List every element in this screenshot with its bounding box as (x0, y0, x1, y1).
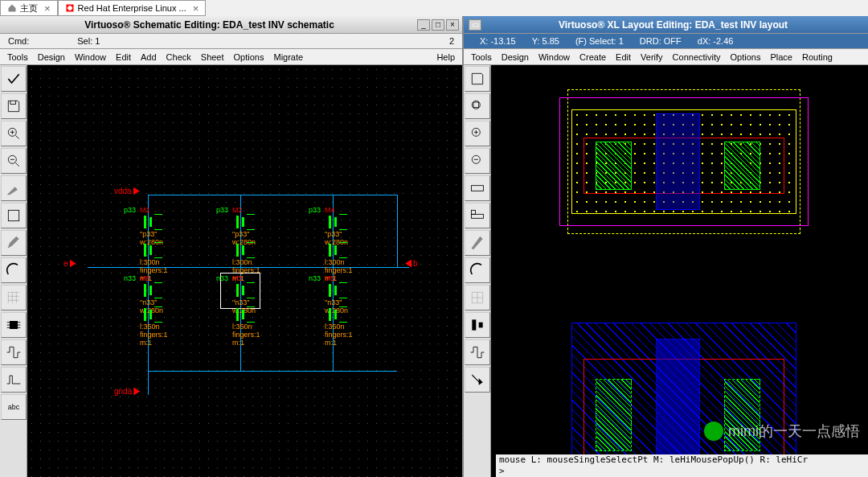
layout-canvas[interactable] (491, 65, 868, 477)
transistor[interactable]: l:350nfingers:1m:1 (140, 306, 188, 347)
status-bar: Cmd: Sel: 1 2 (0, 34, 462, 49)
svg-rect-25 (472, 186, 484, 191)
arc-icon[interactable] (1, 257, 27, 283)
pin-vdda[interactable]: vdda (114, 187, 140, 195)
transistor[interactable]: l:350nfingers:1m:1 (325, 306, 373, 347)
svg-rect-29 (479, 323, 483, 328)
tab-label: 主页 (20, 2, 38, 14)
menu-window[interactable]: Window (534, 51, 574, 64)
pin-e[interactable]: e (63, 259, 76, 268)
menu-options[interactable]: Options (727, 51, 765, 64)
menu-verify[interactable]: Verify (637, 51, 667, 64)
transistor[interactable]: p33M1"p33"w:280n (140, 206, 188, 246)
transistor[interactable]: p33M4"p33"w:280n (325, 206, 373, 246)
svg-rect-26 (472, 214, 484, 218)
system-menu-button[interactable]: ▭ (469, 19, 481, 31)
browser-tabs: 主页 × Red Hat Enterprise Linux ... × (0, 0, 868, 16)
align-icon[interactable] (465, 312, 490, 338)
ruler-icon[interactable] (465, 175, 490, 201)
svg-rect-11 (10, 321, 18, 329)
schematic-toolbar: abc (0, 65, 27, 477)
pencil-icon[interactable] (1, 230, 27, 256)
menu-place[interactable]: Place (766, 51, 796, 64)
save-icon[interactable] (465, 66, 490, 92)
y-coord: Y: 5.85 (524, 36, 567, 46)
menu-design[interactable]: Design (34, 51, 69, 64)
status-bar: X: -13.15 Y: 5.85 (F) Select: 1 DRD: OFF… (464, 34, 868, 49)
tab-label: Red Hat Enterprise Linux ... (78, 3, 186, 13)
menu-tools[interactable]: Tools (3, 51, 32, 64)
watermark: mimi的一天一点感悟 (704, 421, 860, 441)
menubar: Tools Design Window Edit Add Check Sheet… (0, 49, 462, 65)
svg-rect-28 (472, 319, 476, 330)
pulse-icon[interactable] (1, 367, 27, 393)
dx-status: dX: -2.46 (690, 36, 742, 46)
home-icon (7, 3, 17, 13)
layout-toolbar (464, 65, 491, 477)
grid-icon[interactable] (1, 285, 27, 310)
page-indicator: 2 (449, 36, 454, 46)
mouse-status: mouse L: mouseSingleSelectPt M: leHiMous… (496, 454, 868, 466)
check-icon[interactable] (1, 66, 27, 92)
tab-home[interactable]: 主页 × (0, 0, 58, 16)
wave-icon[interactable] (465, 339, 490, 365)
svg-rect-10 (8, 210, 18, 220)
titlebar[interactable]: Virtuoso® Schematic Editing: EDA_test IN… (0, 16, 462, 34)
close-button[interactable]: × (446, 19, 459, 31)
svg-rect-19 (473, 102, 479, 108)
window-title: Virtuoso® Schematic Editing: EDA_test IN… (3, 19, 416, 31)
instance-icon[interactable] (1, 203, 27, 228)
wechat-icon (704, 421, 723, 441)
schematic-window: Virtuoso® Schematic Editing: EDA_test IN… (0, 16, 462, 477)
menu-create[interactable]: Create (575, 51, 610, 64)
tab-redhat[interactable]: Red Hat Enterprise Linux ... × (58, 0, 207, 16)
pin-gnda[interactable]: gnda (114, 387, 140, 396)
aid-icon (65, 3, 75, 13)
wave-icon[interactable] (1, 339, 27, 365)
menu-edit[interactable]: Edit (612, 51, 635, 64)
arrow-icon[interactable] (465, 367, 490, 393)
menu-routing[interactable]: Routing (798, 51, 837, 64)
sel-status: Sel: 1 (77, 36, 100, 46)
layout-window: ▭ Virtuoso® XL Layout Editing: EDA_test … (462, 16, 868, 477)
minimize-button[interactable]: _ (417, 19, 430, 31)
chip-icon[interactable] (1, 312, 27, 338)
menu-window[interactable]: Window (71, 51, 110, 64)
arc-icon[interactable] (465, 257, 490, 283)
close-icon[interactable]: × (190, 2, 199, 14)
menu-edit[interactable]: Edit (112, 51, 135, 64)
maximize-button[interactable]: □ (432, 19, 444, 31)
zoom-out-icon[interactable] (465, 148, 490, 174)
menu-tools[interactable]: Tools (467, 51, 496, 64)
menu-help[interactable]: Help (432, 51, 459, 64)
save-icon[interactable] (1, 93, 27, 119)
x-coord: X: -13.15 (472, 36, 524, 46)
menu-add[interactable]: Add (137, 51, 161, 64)
menu-options[interactable]: Options (230, 51, 268, 64)
grid-icon[interactable] (465, 285, 490, 310)
layer-icon[interactable] (465, 203, 490, 228)
abc-icon[interactable]: abc (1, 394, 27, 420)
command-prompt[interactable]: > (496, 466, 868, 477)
transistor[interactable]: p33M2"p33"w:280n (232, 206, 280, 246)
drd-status: DRD: OFF (632, 36, 690, 46)
schematic-canvas[interactable]: vdda e b gnda p33M1"p33"w:280nl:300nfing… (27, 65, 462, 477)
zoom-out-icon[interactable] (1, 148, 27, 174)
fit-icon[interactable] (465, 93, 490, 119)
menu-design[interactable]: Design (497, 51, 533, 64)
svg-rect-2 (68, 7, 72, 10)
probe-icon[interactable] (1, 175, 27, 201)
menu-sheet[interactable]: Sheet (197, 51, 228, 64)
pin-b[interactable]: b (405, 259, 418, 268)
pencil-icon[interactable] (465, 230, 490, 256)
zoom-in-icon[interactable] (465, 121, 490, 146)
zoom-in-icon[interactable] (1, 121, 27, 146)
cmd-status: Cmd: (8, 36, 29, 46)
menubar: Tools Design Window Create Edit Verify C… (464, 49, 868, 65)
transistor[interactable]: l:350nfingers:1m:1 (232, 306, 280, 347)
menu-check[interactable]: Check (162, 51, 195, 64)
menu-migrate[interactable]: Migrate (269, 51, 307, 64)
titlebar[interactable]: ▭ Virtuoso® XL Layout Editing: EDA_test … (464, 16, 868, 34)
menu-connectivity[interactable]: Connectivity (669, 51, 725, 64)
close-icon[interactable]: × (41, 2, 51, 14)
